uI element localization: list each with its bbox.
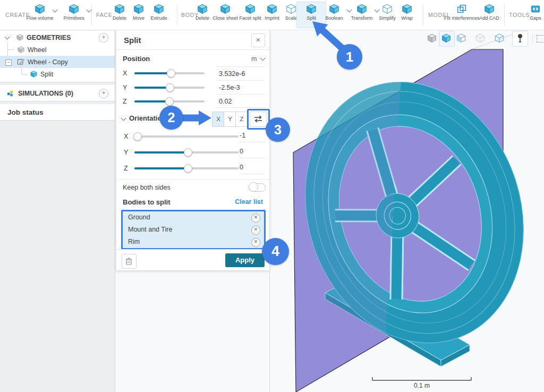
toolbar-item-label: Extrude <box>144 15 173 21</box>
wireframe-view-icon[interactable] <box>494 33 505 44</box>
facet-split-icon <box>244 3 256 15</box>
close-button[interactable]: × <box>251 33 265 47</box>
tree-item-label: SIMULATIONS (0) <box>18 90 73 97</box>
toolbar-item-primitives[interactable]: Primitives <box>58 2 89 28</box>
toggle-knob <box>249 182 258 192</box>
delete-operation-button[interactable] <box>122 254 137 269</box>
toolbar-item-label: Add CAD <box>475 15 504 21</box>
orientation-x-slider[interactable] <box>134 135 239 138</box>
face-select-icon[interactable] <box>456 33 466 44</box>
toolbar-item-face-extrude[interactable]: Extrude <box>144 2 173 28</box>
body-list-item[interactable]: Rim ✕ <box>123 236 264 248</box>
toolbar-item-flow-volume[interactable]: Flow volume <box>24 2 55 28</box>
chevron-down-icon[interactable] <box>5 35 10 40</box>
slider-fill <box>134 151 188 154</box>
apply-button[interactable]: Apply <box>225 253 265 267</box>
unit-dropdown[interactable]: m <box>251 55 265 63</box>
face-extrude-icon <box>153 3 165 15</box>
toolbar-item-label: Boolean <box>319 15 350 21</box>
slider-fill <box>134 87 169 89</box>
collapse-icon[interactable]: − <box>5 59 12 66</box>
bodies-to-split-label: Bodies to split <box>123 198 171 206</box>
add-simulation-button[interactable]: + <box>99 89 108 98</box>
orientation-z-slider[interactable] <box>134 167 239 169</box>
slider-handle[interactable] <box>167 69 175 78</box>
toolbar-item-label: Gaps <box>525 15 544 21</box>
dialog-header: Split × <box>116 30 269 50</box>
orientation-y-slider[interactable] <box>134 151 239 154</box>
toolbar-item-boolean[interactable]: Boolean <box>319 2 350 28</box>
toolbar-item-label: Flow volume <box>24 15 55 21</box>
body-list-item[interactable]: Ground ✕ <box>123 211 264 224</box>
slider-handle[interactable] <box>133 132 142 141</box>
chevron-down-icon[interactable] <box>121 116 126 121</box>
render-mode-dropdown-icon[interactable] <box>427 33 437 44</box>
keep-both-sides-toggle[interactable] <box>249 183 266 192</box>
tree-item-label: GEOMETRIES <box>27 34 71 41</box>
job-status-label[interactable]: Job status <box>7 108 44 116</box>
position-y-value-field[interactable]: -2.5e-3 <box>216 80 265 94</box>
remove-body-icon[interactable]: ✕ <box>251 238 260 247</box>
position-z-value-field[interactable]: 0.02 <box>216 94 265 108</box>
orientation-z-value-field[interactable]: 0 <box>240 162 265 174</box>
orientation-z-axis-label: Z <box>124 165 128 172</box>
tree-item-simulations[interactable]: SIMULATIONS (0) + <box>0 87 115 99</box>
orientation-axis-z-button[interactable]: Z <box>235 112 248 127</box>
geometries-icon <box>16 33 24 41</box>
toolbar-separator <box>91 4 92 25</box>
callout-4-badge: 4 <box>262 238 289 265</box>
toolbar-item-fix-interferences[interactable]: Fix interferences <box>444 2 479 28</box>
add-geometry-button[interactable]: + <box>99 33 108 42</box>
toolbar-separator <box>504 4 505 25</box>
job-status-card: Job status <box>0 104 115 121</box>
simulations-card: SIMULATIONS (0) + <box>0 85 115 101</box>
scale-icon <box>285 3 297 15</box>
callout-3-badge: 3 <box>266 117 290 142</box>
split-operation-icon <box>30 70 38 78</box>
toolbar-item-gaps[interactable]: Gaps <box>525 2 544 28</box>
position-z-slider[interactable] <box>134 100 205 103</box>
section-divider <box>116 179 269 180</box>
remove-body-icon[interactable]: ✕ <box>251 226 260 235</box>
toolbar-item-add-cad[interactable]: Add CAD <box>475 2 504 28</box>
toolbar-item-wrap[interactable]: Wrap <box>393 2 421 28</box>
orientation-axis-x-button[interactable]: X <box>212 112 225 127</box>
tree-item-label: Wheel <box>28 46 46 54</box>
orientation-x-value-field[interactable]: -1 <box>240 130 265 142</box>
orientation-x-axis-label: X <box>124 133 128 140</box>
chevron-down-icon[interactable] <box>53 7 58 13</box>
slider-handle[interactable] <box>166 83 174 92</box>
marquee-select-icon[interactable] <box>537 35 544 42</box>
slider-handle[interactable] <box>165 97 174 106</box>
orientation-axis-y-button[interactable]: Y <box>224 112 236 127</box>
close-sheet-icon <box>219 3 231 15</box>
face-delete-icon <box>114 3 125 15</box>
gaps-icon <box>530 3 541 15</box>
top-toolbar: CREATE Flow volume Primitives FACE Delet… <box>0 0 544 30</box>
position-x-value-field[interactable]: 3.532e-6 <box>216 66 265 80</box>
keep-both-sides-label: Keep both sides <box>123 184 171 191</box>
slider-handle[interactable] <box>184 164 192 173</box>
transform-icon <box>356 3 368 15</box>
tree-item-split-operation[interactable]: Split <box>0 68 115 80</box>
body-list-item[interactable]: Mount and Tire ✕ <box>123 224 264 236</box>
clear-list-link[interactable]: Clear list <box>235 198 263 206</box>
toolbar-item-close-sheet[interactable]: Close sheet <box>211 2 240 28</box>
tree-item-wheel[interactable]: Wheel <box>0 44 115 56</box>
tree-item-wheel-copy[interactable]: − Wheel - Copy <box>0 56 115 68</box>
remove-body-icon[interactable]: ✕ <box>251 214 260 223</box>
tree-item-geometries[interactable]: GEOMETRIES + <box>0 31 115 44</box>
flip-orientation-button[interactable] <box>250 112 267 127</box>
solid-view-button[interactable] <box>439 31 455 47</box>
slider-handle[interactable] <box>184 148 192 157</box>
bodies-list callout-4-highlight: Ground ✕ Mount and Tire ✕ Rim ✕ <box>121 210 266 250</box>
chevron-down-icon[interactable] <box>87 7 92 13</box>
probe-point-button[interactable] <box>512 31 528 47</box>
position-x-slider[interactable] <box>134 72 205 74</box>
toolbar-item-label: Close sheet <box>211 15 240 21</box>
tree-item-label: Wheel - Copy <box>28 58 68 66</box>
vertex-select-icon[interactable] <box>475 33 486 44</box>
callout-2-badge: 2 <box>159 106 183 130</box>
position-y-slider[interactable] <box>134 87 205 89</box>
orientation-y-value-field[interactable]: 0 <box>240 146 265 158</box>
